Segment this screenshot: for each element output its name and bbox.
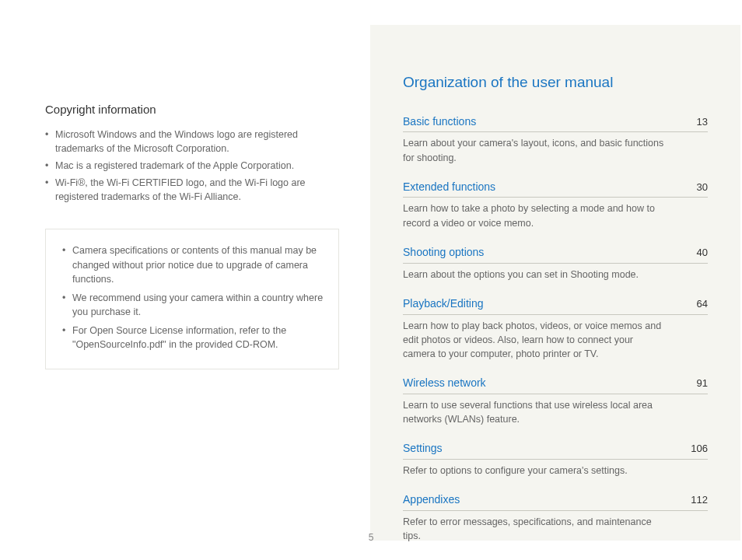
note-box: Camera specifications or contents of thi… [45, 229, 339, 369]
copyright-heading: Copyright information [45, 101, 339, 118]
toc-desc: Learn how to take a photo by selecting a… [403, 201, 667, 229]
copyright-bullets: Microsoft Windows and the Windows logo a… [45, 128, 339, 205]
toc-title: Wireless network [403, 375, 486, 390]
toc-entry-shooting-options: Shooting options 40 Learn about the opti… [403, 244, 708, 282]
toc-title: Extended functions [403, 179, 495, 194]
organization-heading: Organization of the user manual [403, 72, 708, 93]
list-item: Wi-Fi®, the Wi-Fi CERTIFIED logo, and th… [45, 176, 339, 204]
page-number: 5 [0, 531, 742, 544]
list-item: We recommend using your camera within a … [58, 291, 326, 319]
toc-desc: Learn how to play back photos, videos, o… [403, 319, 667, 361]
toc-head: Basic functions 13 [403, 114, 708, 133]
list-item: Microsoft Windows and the Windows logo a… [45, 128, 339, 156]
toc-page: 40 [697, 246, 708, 261]
toc-head: Wireless network 91 [403, 375, 708, 394]
right-column: Organization of the user manual Basic fu… [370, 25, 740, 541]
toc-desc: Refer to options to configure your camer… [403, 464, 667, 478]
list-item: Mac is a registered trademark of the App… [45, 159, 339, 173]
toc-page: 64 [697, 297, 708, 312]
toc-title: Basic functions [403, 114, 476, 129]
toc-title: Shooting options [403, 244, 484, 260]
list-item: For Open Source License information, ref… [58, 324, 326, 352]
toc-desc: Learn to use several functions that use … [403, 398, 667, 426]
toc-page: 91 [697, 376, 708, 391]
toc-page: 13 [697, 115, 708, 130]
toc-desc: Learn about the options you can set in S… [403, 268, 667, 282]
toc-title: Playback/Editing [403, 296, 484, 311]
left-column: Copyright information Microsoft Windows … [0, 0, 370, 560]
toc-desc: Learn about your camera's layout, icons,… [403, 136, 667, 164]
toc-entry-playback-editing: Playback/Editing 64 Learn how to play ba… [403, 296, 708, 361]
toc-entry-settings: Settings 106 Refer to options to configu… [403, 440, 708, 478]
note-bullets: Camera specifications or contents of thi… [58, 243, 326, 352]
toc-page: 112 [691, 493, 708, 508]
toc-head: Settings 106 [403, 440, 708, 460]
manual-page: Copyright information Microsoft Windows … [0, 0, 742, 560]
toc-head: Playback/Editing 64 [403, 296, 708, 315]
toc-head: Shooting options 40 [403, 244, 708, 264]
list-item: Camera specifications or contents of thi… [58, 243, 326, 285]
toc-head: Extended functions 30 [403, 179, 708, 198]
toc-title: Appendixes [403, 492, 460, 507]
toc-entry-wireless-network: Wireless network 91 Learn to use several… [403, 375, 708, 426]
toc-title: Settings [403, 440, 443, 456]
toc-page: 30 [697, 180, 708, 195]
toc-page: 106 [691, 442, 708, 457]
toc-head: Appendixes 112 [403, 492, 708, 511]
toc-entry-extended-functions: Extended functions 30 Learn how to take … [403, 179, 708, 230]
toc-entry-basic-functions: Basic functions 13 Learn about your came… [403, 114, 708, 165]
